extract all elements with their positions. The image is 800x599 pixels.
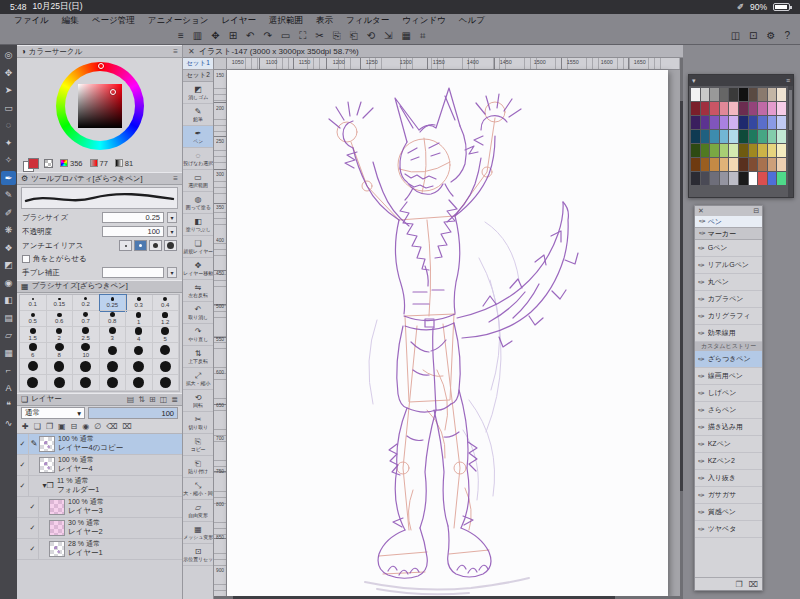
subtool-item[interactable]: ✑描き込み用 (695, 419, 762, 436)
quick-access-item[interactable]: ⎗貼り付け (183, 456, 213, 478)
color-swatch[interactable] (777, 116, 786, 129)
brush-size-90[interactable] (73, 375, 100, 391)
layer-header-icon-1[interactable]: ⇅ (138, 395, 145, 404)
color-swatch[interactable] (739, 102, 748, 115)
rotate-canvas-icon[interactable]: ⟲ (367, 27, 375, 45)
brush-size-10[interactable]: 10 (73, 343, 100, 359)
subtool-item[interactable]: ✑質感ペン (695, 504, 762, 521)
subtool-item[interactable]: ✑効果線用 (695, 325, 762, 342)
color-swatch[interactable] (729, 88, 738, 101)
layer-header-icon-4[interactable]: ≣ (171, 395, 178, 404)
color-swatch[interactable] (777, 144, 786, 157)
brush-size-25[interactable] (20, 359, 47, 375)
quick-access-item[interactable]: ✥レイヤー移動 (183, 258, 213, 280)
color-swatch[interactable] (777, 172, 786, 185)
brush-size-0.15[interactable]: 0.15 (47, 295, 74, 311)
brush-size-12[interactable] (100, 343, 127, 359)
color-wheel[interactable] (17, 58, 182, 154)
brush-size-0.5[interactable]: 0.5 (20, 311, 47, 327)
app-menu-icon[interactable]: ≡ (178, 27, 184, 45)
brush-size-2.5[interactable]: 2.5 (73, 327, 100, 343)
settings-icon[interactable]: ⚙ (766, 27, 775, 45)
color-swatch[interactable] (691, 130, 700, 143)
menu-item-ファイル[interactable]: ファイル (14, 15, 49, 27)
color-swatch[interactable] (720, 144, 729, 157)
canvas[interactable] (227, 70, 668, 597)
color-swatch[interactable] (768, 130, 777, 143)
layer-header-icon-0[interactable]: ▤ (127, 395, 135, 404)
subtool-tab[interactable]: ✑ペン (695, 216, 762, 228)
menu-item-ウィンドウ[interactable]: ウィンドウ (402, 15, 446, 27)
color-swatch[interactable] (749, 130, 758, 143)
quick-access-item[interactable]: ⎘コピー (183, 434, 213, 456)
quick-access-item[interactable]: ▱自由変形 (183, 500, 213, 522)
color-swatch[interactable] (701, 144, 710, 157)
color-swatch[interactable] (691, 144, 700, 157)
layer-row[interactable]: ✓100 % 通常レイヤー4 (17, 455, 182, 476)
brush-size-0.7[interactable]: 0.7 (73, 311, 100, 327)
color-swatch[interactable] (749, 88, 758, 101)
frame-tool-icon[interactable]: ▦ (1, 346, 16, 360)
color-swatch[interactable] (739, 116, 748, 129)
wand-tool-icon[interactable]: ✦ (1, 136, 16, 150)
menu-item-表示[interactable]: 表示 (316, 15, 333, 27)
correction-tool-icon[interactable]: ∿ (1, 416, 16, 430)
brush-size-0.2[interactable]: 0.2 (73, 295, 100, 311)
color-swatch[interactable] (729, 102, 738, 115)
menu-item-選択範囲[interactable]: 選択範囲 (269, 15, 303, 27)
decoration-tool-icon[interactable]: ❖ (1, 241, 16, 255)
layer-action-icon-7[interactable]: ⌫ (106, 422, 117, 431)
brush-tool-icon[interactable]: ✐ (1, 206, 16, 220)
color-swatch[interactable] (710, 102, 719, 115)
fit-screen-icon[interactable]: ⇲ (384, 27, 392, 45)
brush-size-0.3[interactable]: 0.3 (126, 295, 153, 311)
color-swatch[interactable] (749, 172, 758, 185)
operation-tool-icon[interactable]: ➤ (1, 83, 16, 97)
color-swatch[interactable] (729, 130, 738, 143)
duplicate-subtool-icon[interactable]: ❐ (736, 580, 743, 589)
color-swatch[interactable] (710, 172, 719, 185)
color-set-collapse-icon[interactable]: ▾ (692, 77, 696, 85)
layer-row[interactable]: ✓28 % 通常レイヤー1 (17, 539, 182, 560)
quick-access-item[interactable]: ◩消しゴム (183, 82, 213, 104)
quick-access-item[interactable]: ◌投げなわ選択 (183, 148, 213, 170)
menu-item-ページ管理[interactable]: ページ管理 (92, 15, 135, 27)
brush-size-100[interactable] (100, 375, 127, 391)
color-swatch[interactable] (720, 158, 729, 171)
brush-size-15[interactable] (126, 343, 153, 359)
anti-alias-weak-button[interactable] (134, 240, 147, 251)
subtool-item[interactable]: ✑しげペン (695, 385, 762, 402)
menu-item-アニメーション[interactable]: アニメーション (148, 15, 209, 27)
opacity-input[interactable]: 100 (102, 226, 164, 237)
subtool-item[interactable]: ✑リアルGペン (695, 257, 762, 274)
quick-access-item[interactable]: ⤢拡大・縮小 (183, 368, 213, 390)
balloon-tool-icon[interactable]: ❝ (1, 398, 16, 412)
subtool-item[interactable]: ✑KZペン2 (695, 453, 762, 470)
lasso-tool-icon[interactable]: ◌ (1, 118, 16, 132)
brush-size-80[interactable] (47, 375, 74, 391)
quick-access-item[interactable]: ↶取り消し (183, 302, 213, 324)
color-swatch[interactable] (701, 158, 710, 171)
color-swatch[interactable] (691, 172, 700, 185)
subtool-item[interactable]: ✑カリグラフィ (695, 308, 762, 325)
subtool-item[interactable]: ✑さらペン (695, 402, 762, 419)
blend-mode-dropdown[interactable]: 通常▾ (21, 407, 85, 419)
brush-size-35[interactable] (73, 359, 100, 375)
color-swatch[interactable] (739, 144, 748, 157)
vertical-scrollbar[interactable] (680, 58, 683, 599)
eyedropper-tool-icon[interactable]: ✧ (1, 153, 16, 167)
color-swatch[interactable] (710, 116, 719, 129)
color-swatch[interactable] (777, 130, 786, 143)
layer-row[interactable]: ✓30 % 通常レイヤー2 (17, 518, 182, 539)
subtool-item[interactable]: ✑カブラペン (695, 291, 762, 308)
marquee-tool-icon[interactable]: ▭ (1, 101, 16, 115)
opacity-dropdown[interactable]: ▾ (167, 226, 177, 237)
color-swatch[interactable] (720, 88, 729, 101)
color-swatch[interactable] (710, 130, 719, 143)
copy-icon[interactable]: ⎘ (333, 27, 341, 45)
snap-icon[interactable]: ⌗ (420, 27, 426, 45)
layer-action-icon-5[interactable]: ◉ (82, 422, 89, 431)
color-swatch[interactable] (758, 144, 767, 157)
deselect-icon[interactable]: ⛶ (299, 27, 306, 45)
text-tool-icon[interactable]: A (1, 381, 16, 395)
